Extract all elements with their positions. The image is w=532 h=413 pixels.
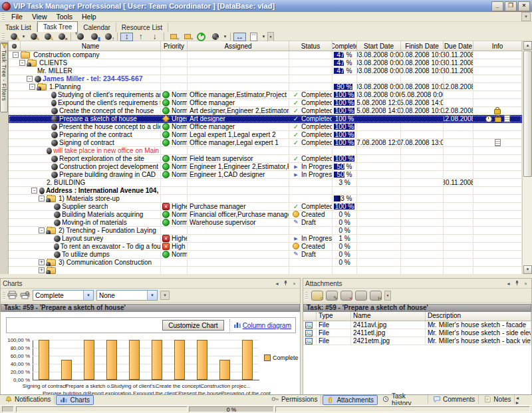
- attachment-row[interactable]: File2411etl.jpgMr. Miller's house sketch…: [303, 329, 531, 337]
- dock-tab-notes[interactable]: Notes: [480, 395, 515, 404]
- attachments-close-icon[interactable]: ×: [522, 280, 529, 287]
- tree-row[interactable]: Mr. MILLER47 %03.08.2008 0:0010.08.2008 …: [9, 67, 522, 75]
- attachment-column-Name[interactable]: Name: [351, 312, 426, 321]
- tree-row[interactable]: Studying of client's requirements and bu…: [9, 91, 522, 99]
- restore-button[interactable]: ❐: [505, 1, 517, 11]
- collapse-icon[interactable]: -: [39, 227, 45, 233]
- tree-row[interactable]: -Construction company47 %03.08.2008 0:00…: [9, 51, 522, 59]
- column-header-Info[interactable]: Info: [473, 41, 522, 51]
- chevron-down-icon[interactable]: ▼: [147, 291, 157, 300]
- delete-attachment-icon[interactable]: ×: [340, 291, 352, 301]
- print-icon[interactable]: [7, 291, 17, 301]
- charts-toolbar-overflow[interactable]: ▾: [160, 291, 170, 300]
- tree-row[interactable]: Preparing of the contractNormalLegal exp…: [9, 131, 522, 139]
- tree-row[interactable]: Expound the client's requirements to a t…: [9, 99, 522, 107]
- chart-metric-combo[interactable]: Complete ▼: [33, 290, 94, 301]
- dock-tab-comments[interactable]: Comments: [430, 395, 479, 404]
- tree-row[interactable]: Create the concept of the houseNormalArt…: [9, 107, 522, 115]
- column-header-Finish Date[interactable]: Finish Date: [401, 41, 444, 51]
- tab-resource-list[interactable]: Resource List: [116, 23, 168, 32]
- column-header-Priority[interactable]: Priority: [161, 41, 188, 51]
- move-up-icon[interactable]: ↑: [134, 33, 147, 41]
- task-note-dropdown[interactable]: ▼: [222, 35, 228, 39]
- charts-close-icon[interactable]: ×: [291, 280, 298, 287]
- collapse-icon[interactable]: -: [29, 84, 35, 90]
- charts-pin-icon[interactable]: [282, 280, 289, 287]
- tree-row[interactable]: +3) Communication Construction0 %: [9, 259, 522, 267]
- assign-task-icon[interactable]: ▮: [88, 33, 100, 41]
- column-header-Assigned[interactable]: Assigned: [188, 41, 289, 51]
- scroll-down-button[interactable]: ▼: [523, 265, 532, 274]
- collapse-icon[interactable]: -: [13, 52, 19, 58]
- charts-undock-icon[interactable]: ◄: [273, 280, 281, 287]
- tree-row[interactable]: -1) Materials store-up33 %: [9, 195, 522, 203]
- tree-row[interactable]: -1.Planning90 %03.08.2008 0:0010.08.2008…: [9, 83, 522, 91]
- chevron-down-icon[interactable]: ▼: [83, 291, 93, 300]
- open-attachment-icon[interactable]: [355, 291, 367, 301]
- tree-row[interactable]: will take place in new office on Main Av…: [9, 147, 522, 155]
- chart-secondary-combo[interactable]: None ▼: [96, 290, 158, 301]
- print-preview-icon[interactable]: [20, 291, 30, 301]
- tree-row[interactable]: Construction project developmentNormalEn…: [9, 163, 522, 171]
- attachments-undock-icon[interactable]: ◄: [505, 280, 512, 287]
- attachment-row[interactable]: File2421etm.jpgMr. Miller's house sketch…: [303, 337, 531, 345]
- tree-row[interactable]: To utilize dumpsNormal✎Draft0 %: [9, 251, 522, 259]
- tab-calendar[interactable]: Calendar: [78, 23, 116, 32]
- tab-task-list[interactable]: Task List: [0, 23, 37, 32]
- column-header-Start Date[interactable]: Start Date: [357, 41, 401, 51]
- expand-icon[interactable]: +: [39, 267, 45, 273]
- scroll-up-button[interactable]: ▲: [523, 41, 532, 50]
- tree-row[interactable]: -Address : International Avenue 104, sit…: [9, 187, 522, 195]
- dock-tab-attachments[interactable]: Attachments: [323, 395, 378, 405]
- tree-scrollbar[interactable]: ▲ ▼: [522, 41, 532, 274]
- save-attachment-icon[interactable]: H: [370, 291, 382, 301]
- attachment-column-Type[interactable]: Type: [317, 312, 351, 321]
- refresh-icon[interactable]: [195, 33, 207, 41]
- edit-attachment-icon[interactable]: ✎: [326, 291, 338, 301]
- task-note-icon[interactable]: ▤: [209, 33, 221, 41]
- close-button[interactable]: ×: [518, 1, 530, 11]
- attachments-pin-icon[interactable]: [513, 280, 521, 287]
- edit-task-icon[interactable]: ✎: [27, 33, 40, 41]
- menu-overflow-button[interactable]: ▾: [521, 12, 531, 21]
- tree-header[interactable]: NamePriorityAssignedStatusCompleteStart …: [9, 41, 522, 51]
- task-tree-filters-tab[interactable]: Task Tree - Filters: [0, 43, 8, 112]
- collapse-icon[interactable]: -: [27, 76, 33, 82]
- tree-row[interactable]: Prepare a sketch of houseUrgentArt desig…: [9, 115, 522, 123]
- column-header-Due Date[interactable]: Due Date: [444, 41, 473, 51]
- tree-row[interactable]: -James Miller - tel: 234-455-667: [9, 75, 522, 83]
- tree-row[interactable]: +: [9, 267, 522, 274]
- tree-row[interactable]: Present the house concept to a clientNor…: [9, 123, 522, 131]
- tree-row[interactable]: -2) Trenching - Foundation Laying0 %: [9, 227, 522, 235]
- attachment-column-icon[interactable]: [303, 312, 317, 321]
- move-down-icon[interactable]: ↓: [148, 33, 161, 41]
- attachment-row[interactable]: File2411avl.jpgMr. Miller's house sketch…: [303, 321, 531, 329]
- panel-view-dropdown[interactable]: ▼: [261, 35, 267, 39]
- tree-row[interactable]: Building Materials acquiringNormalFinanc…: [9, 211, 522, 219]
- tree-row[interactable]: Report exploration of the siteNormalFiel…: [9, 155, 522, 163]
- new-task-dropdown[interactable]: ▼: [21, 35, 27, 39]
- menu-item-help[interactable]: Help: [77, 12, 101, 21]
- toolbar-overflow[interactable]: ▾: [267, 32, 274, 42]
- dock-tab-task-history[interactable]: Task history: [379, 395, 428, 404]
- collapse-icon[interactable]: -: [39, 196, 45, 202]
- collapse-icon[interactable]: -: [19, 60, 25, 66]
- column-diagram-link[interactable]: Column diagram: [243, 322, 291, 329]
- attachments-toolbar-overflow[interactable]: ▾: [384, 291, 391, 301]
- expand-tree-icon[interactable]: +: [167, 33, 180, 41]
- update-task-icon[interactable]: ↑: [102, 33, 114, 41]
- tree-row[interactable]: 2. BUILDING3 %30.11.2008: [9, 179, 522, 187]
- tree-row[interactable]: -CLIENTS47 %03.08.2008 0:0010.08.2008 10…: [9, 59, 522, 67]
- tab-task-tree[interactable]: Task Tree: [37, 21, 78, 32]
- dock-tab-permissions[interactable]: Permissions: [268, 395, 321, 404]
- duplicate-task-icon[interactable]: ✎: [41, 33, 54, 41]
- column-header-Name[interactable]: Name: [21, 41, 161, 51]
- tree-row[interactable]: Signing of contractNormalOffice manager,…: [9, 139, 522, 147]
- menu-item-tools[interactable]: Tools: [52, 12, 78, 21]
- attachments-header[interactable]: TypeNameDescription: [303, 312, 531, 321]
- expand-icon[interactable]: +: [39, 259, 45, 265]
- tree-row[interactable]: Moving-in of materialsNormalWarehouse su…: [9, 219, 522, 227]
- fit-columns-icon[interactable]: ↔: [233, 33, 246, 41]
- panel-view-icon[interactable]: [247, 33, 260, 41]
- collapse-icon[interactable]: -: [31, 188, 37, 194]
